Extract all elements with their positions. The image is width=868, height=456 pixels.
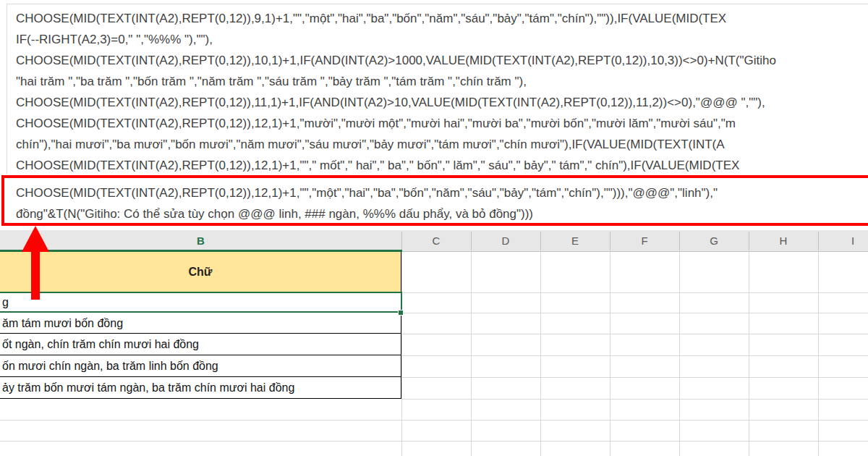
gridline [749,252,749,456]
header-separator [540,232,541,250]
gridline [540,252,541,456]
gridline [0,420,868,421]
formula-line-2[interactable]: IF(--RIGHT(A2,3)=0," ","%%% "),""), [16,29,868,50]
column-header-e[interactable]: E [540,230,610,252]
formula-line-3[interactable]: CHOOSE(MID(TEXT(INT(A2),REPT(0,12)),10,1… [16,50,868,71]
column-header-row: B C D E F G H I [0,230,868,252]
gridline [401,252,402,456]
selected-column-indicator [0,250,402,252]
formula-bar-top-border [7,4,868,4]
table-header-cell[interactable]: Chữ [0,252,401,292]
formula-line-4[interactable]: "hai trăm ","ba trăm ","bốn trăm ","năm … [16,71,868,92]
formula-line-6[interactable]: CHOOSE(MID(TEXT(INT(A2),REPT(0,12)),12,1… [16,113,868,134]
gridline [401,355,868,356]
table-row[interactable]: ảy trăm bốn mươi tám ngàn, ba trăm chín … [0,377,401,399]
red-arrow-head [22,226,49,252]
column-header-g[interactable]: G [679,230,749,252]
gridline [610,252,610,456]
formula-line-8[interactable]: CHOOSE(MID(TEXT(INT(A2),REPT(0,12)),12,1… [16,155,868,176]
header-separator [749,232,749,250]
gridline [401,334,868,334]
gridline [401,399,868,400]
column-header-i[interactable]: I [818,230,868,252]
gridline [679,252,680,456]
formula-line-1[interactable]: CHOOSE(MID(TEXT(INT(A2),REPT(0,12)),9,1)… [16,8,868,29]
column-header-d[interactable]: D [471,230,540,252]
column-header-f[interactable]: F [610,230,679,252]
column-header-c[interactable]: C [401,230,471,252]
gridline [401,313,868,313]
excel-screenshot: CHOOSE(MID(TEXT(INT(A2),REPT(0,12)),9,1)… [0,0,868,456]
formula-line-7[interactable]: chín"),"hai mươi","ba mươi","bốn mươi","… [16,134,868,155]
formula-line-5[interactable]: CHOOSE(MID(TEXT(INT(A2),REPT(0,12)),11,1… [16,92,868,113]
gridline [401,377,868,378]
header-separator [610,232,610,250]
gridline [818,252,819,456]
column-header-b[interactable]: B [0,230,401,252]
header-separator [471,232,472,250]
header-separator [401,232,402,250]
selected-cell[interactable]: g [0,292,402,313]
gridline [401,292,868,293]
table-row[interactable]: ăm tám mươi bốn đồng [0,313,401,334]
gridline [471,252,472,456]
formula-bar-left-border [7,4,7,174]
gridline [0,441,868,442]
table-row[interactable]: ốt ngàn, chín trăm chín mươi hai đồng [0,334,401,355]
red-highlight-box [1,175,868,226]
header-separator [818,232,819,250]
red-arrow-shaft [31,250,40,300]
header-separator [679,232,680,250]
table-row[interactable]: ốn mươi chín ngàn, ba trăm linh bốn đồng [0,355,401,377]
table-header-label: Chữ [189,266,213,279]
fill-handle[interactable] [398,310,404,316]
column-header-h[interactable]: H [749,230,818,252]
